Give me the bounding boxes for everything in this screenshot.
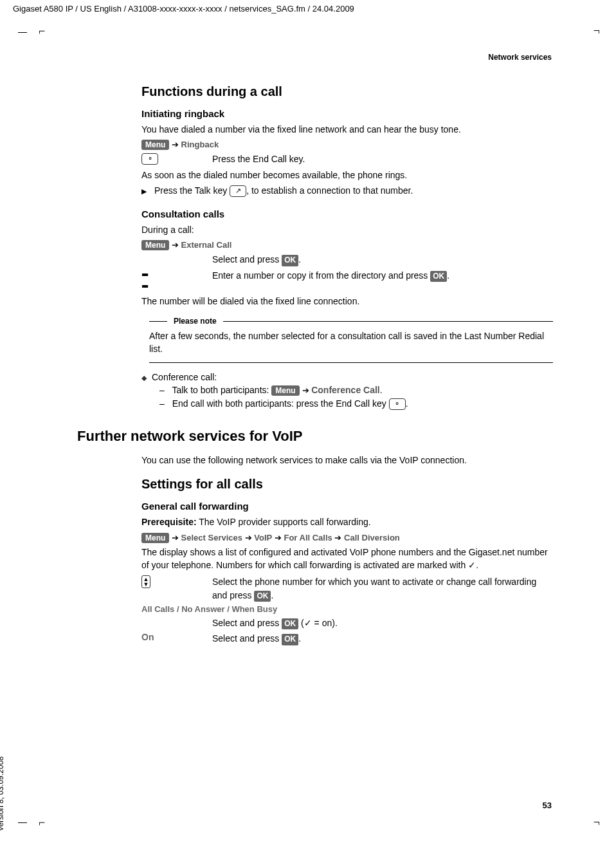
instruction-text: Select the phone number for which you wa… bbox=[212, 575, 553, 602]
arrow-icon: ➔ bbox=[275, 533, 284, 542]
note-label: Please note bbox=[174, 317, 217, 326]
crop-mark: ⌐ bbox=[39, 24, 45, 38]
menu-item: VoIP bbox=[254, 533, 272, 542]
bullet-item: Conference call: bbox=[141, 372, 553, 382]
body-text: During a call: bbox=[141, 223, 553, 236]
menu-pill: Menu bbox=[141, 240, 169, 250]
arrow-icon: ➔ bbox=[172, 533, 181, 542]
instruction-text: Select and press OK (✓ = on). bbox=[212, 616, 553, 629]
menu-item: For All Calls bbox=[284, 533, 332, 542]
instruction-text: Select and press OK. bbox=[212, 632, 553, 645]
instruction-row: ⚬ Press the End Call key. bbox=[141, 153, 553, 165]
instruction-row: Select and press OK (✓ = on). bbox=[141, 616, 553, 629]
instruction-row: On Select and press OK. bbox=[141, 632, 553, 645]
crop-mark: ¬ bbox=[593, 816, 600, 829]
ok-pill: OK bbox=[282, 634, 298, 645]
mode-options: All Calls / No Answer / When Busy bbox=[141, 604, 553, 614]
instruction-row: ▪▪▪▪▪▪ Enter a number or copy it from th… bbox=[141, 269, 553, 292]
arrow-icon: ➔ bbox=[172, 240, 181, 250]
checkmark-icon: ✓ bbox=[304, 618, 312, 628]
body-text: You have dialed a number via the fixed l… bbox=[141, 123, 553, 136]
crop-mark: ¬ bbox=[593, 24, 600, 38]
page-number: 53 bbox=[543, 801, 552, 810]
body-text: You can use the following network servic… bbox=[141, 454, 553, 467]
menu-item: Select Services bbox=[181, 533, 242, 542]
ok-pill: OK bbox=[430, 271, 447, 282]
up-down-key-icon: ▲▼ bbox=[141, 575, 150, 588]
note-box: Please note After a few seconds, the num… bbox=[149, 317, 553, 363]
ok-pill: OK bbox=[282, 255, 298, 266]
instruction-text: Enter a number or copy it from the direc… bbox=[212, 269, 553, 292]
body-text: The display shows a list of configured a… bbox=[141, 546, 553, 572]
menu-item: Ringback bbox=[181, 140, 219, 149]
menu-path: Menu ➔ Select Services ➔ VoIP ➔ For All … bbox=[141, 533, 553, 543]
body-text: The number will be dialed via the fixed … bbox=[141, 295, 553, 308]
sub-heading: General call forwarding bbox=[141, 501, 553, 512]
bullet-item: Press the Talk key ↗, to establish a con… bbox=[141, 185, 553, 197]
keypad-icon: ▪▪▪▪▪▪ bbox=[141, 269, 147, 292]
arrow-icon: ➔ bbox=[334, 533, 344, 542]
menu-item: Call Diversion bbox=[344, 533, 400, 542]
end-call-key-icon: ⚬ bbox=[389, 398, 406, 410]
body-text: As soon as the dialed number becomes ava… bbox=[141, 169, 553, 181]
sub-heading: Consultation calls bbox=[141, 208, 553, 219]
menu-pill: Menu bbox=[271, 385, 299, 396]
page-header-section: Network services bbox=[488, 53, 552, 62]
talk-key-icon: ↗ bbox=[230, 185, 246, 197]
main-heading: Further network services for VoIP bbox=[77, 428, 553, 445]
menu-pill: Menu bbox=[141, 533, 169, 543]
section-heading: Settings for all calls bbox=[141, 477, 553, 492]
menu-pill: Menu bbox=[141, 140, 169, 150]
crop-dash bbox=[18, 822, 27, 823]
sub-heading: Initiating ringback bbox=[141, 108, 553, 119]
body-text: Prerequisite: The VoIP provider supports… bbox=[141, 515, 553, 528]
on-label: On bbox=[141, 632, 154, 642]
menu-path: Menu ➔ Ringback bbox=[141, 140, 553, 150]
instruction-text: Select and press OK. bbox=[212, 253, 553, 266]
ok-pill: OK bbox=[254, 591, 271, 602]
document-path-header: Gigaset A580 IP / US English / A31008-xx… bbox=[13, 4, 354, 14]
dash-item: Talk to both participants: Menu ➔ Confer… bbox=[159, 385, 553, 396]
instruction-text: Press the End Call key. bbox=[212, 153, 553, 165]
section-heading: Functions during a call bbox=[141, 84, 553, 99]
dash-item: End call with both participants: press t… bbox=[159, 398, 553, 410]
instruction-row: ▲▼ Select the phone number for which you… bbox=[141, 575, 553, 602]
menu-item: Conference Call bbox=[311, 385, 380, 395]
checkmark-icon: ✓ bbox=[468, 560, 476, 570]
menu-item: External Call bbox=[181, 240, 232, 250]
version-text: Version 8, 03.09.2008 bbox=[0, 756, 5, 831]
arrow-icon: ➔ bbox=[245, 533, 255, 542]
page-content: Functions during a call Initiating ringb… bbox=[77, 74, 553, 648]
menu-path: Menu ➔ External Call bbox=[141, 240, 553, 250]
crop-dash bbox=[18, 32, 27, 33]
arrow-icon: ➔ bbox=[302, 385, 312, 395]
instruction-row: Select and press OK. bbox=[141, 253, 553, 266]
arrow-icon: ➔ bbox=[172, 140, 181, 149]
ok-pill: OK bbox=[282, 618, 298, 629]
crop-mark: ⌐ bbox=[39, 816, 45, 829]
end-call-key-icon: ⚬ bbox=[141, 153, 158, 165]
note-text: After a few seconds, the number selected… bbox=[149, 329, 553, 356]
